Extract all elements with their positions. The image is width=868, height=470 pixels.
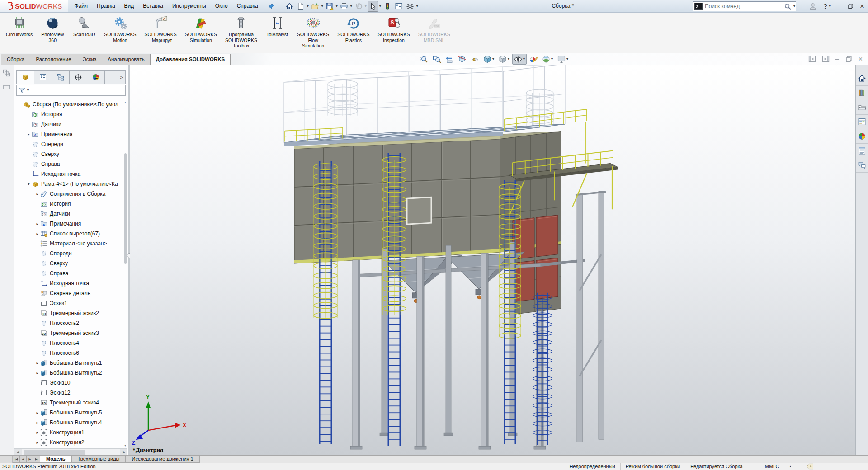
taskpane-custom-properties-button[interactable]	[856, 144, 868, 158]
command-tab-3[interactable]: Анализировать	[102, 54, 150, 65]
tree-item[interactable]: Эскиз1	[14, 298, 127, 308]
featuremanager-tab[interactable]	[17, 70, 34, 84]
tree-item[interactable]: Сверху	[14, 258, 127, 268]
select-button[interactable]	[368, 1, 378, 12]
tree-item[interactable]: Датчики	[14, 119, 127, 129]
taskpane-solidworks-forum-button[interactable]	[856, 158, 868, 173]
tree-item[interactable]: Справа	[14, 268, 127, 278]
split-tree-icon[interactable]	[1, 68, 12, 79]
tree-item[interactable]: ▸Бобышка-Вытянуть1	[14, 358, 127, 368]
addin-tolanalyst[interactable]: TolAnalyst	[261, 13, 293, 38]
addin-solidworks-inspection[interactable]: SSOLIDWORKS Inspection	[373, 13, 414, 43]
hide-show-items-button[interactable]: ▾	[512, 54, 527, 65]
status-units[interactable]: ММГС	[765, 464, 779, 469]
search-icon[interactable]	[784, 3, 792, 10]
menu-item-edit[interactable]: Правка	[92, 0, 120, 12]
addin-scanto3d[interactable]: ScanTo3D	[68, 13, 100, 38]
scroll-left-icon[interactable]: ◀	[14, 449, 22, 456]
tree-item[interactable]: ▸Конструкция2	[14, 437, 127, 447]
tree-item[interactable]: Спереди	[14, 139, 127, 149]
prev-tab-button[interactable]: ◀	[19, 456, 27, 463]
first-tab-button[interactable]: |◀	[13, 456, 20, 463]
tag-icon[interactable]	[806, 463, 814, 470]
open-dropdown-icon[interactable]: ▾	[321, 1, 323, 11]
previous-view-button[interactable]	[443, 54, 455, 65]
rebuild-button[interactable]	[382, 1, 393, 12]
tree-item[interactable]: ▸Бобышка-Вытянуть5	[14, 408, 127, 418]
display-style-button[interactable]: ▾	[497, 54, 511, 65]
addin-solidworks-motion[interactable]: SOLIDWORKS Motion	[100, 13, 140, 43]
tree-item[interactable]: 3DТрехмерный эскиз2	[14, 308, 127, 318]
search-dropdown-icon[interactable]: ▾	[793, 1, 795, 11]
addin-solidworks-simulation[interactable]: SOLIDWORKS Simulation	[181, 13, 221, 43]
tree-item[interactable]: Эскиз12	[14, 388, 127, 398]
save-button[interactable]	[324, 1, 335, 12]
zoom-to-fit-button[interactable]	[418, 54, 430, 65]
tree-item[interactable]: ▸Бобышка-Вытянуть2	[14, 368, 127, 378]
tree-item[interactable]: Исходная точка	[14, 169, 127, 179]
tree-item[interactable]: ▸Сопряжения в Сборка	[14, 189, 127, 199]
child-close-button[interactable]: ×	[859, 53, 863, 65]
select-dropdown-icon[interactable]: ▾	[379, 1, 381, 11]
menu-item-file[interactable]: Файл	[70, 0, 93, 12]
tree-vertical-scroll-thumb[interactable]	[124, 153, 127, 264]
taskpane-design-library-button[interactable]	[856, 86, 868, 100]
help-dropdown-icon[interactable]: ▾	[829, 1, 831, 11]
tree-item[interactable]: Плоскость6	[14, 348, 127, 358]
expander-icon[interactable]: ▸	[34, 441, 40, 445]
tree-item[interactable]: Справа	[14, 159, 127, 169]
help-button[interactable]: ?	[823, 3, 827, 10]
last-tab-button[interactable]: ▶|	[33, 456, 40, 463]
tree-item[interactable]: Материал <не указан>	[14, 239, 127, 249]
tree-item[interactable]: ▸Конструкция1	[14, 428, 127, 437]
command-tab-4[interactable]: Добавления SOLIDWORKS	[150, 54, 231, 65]
tree-item[interactable]: Исходная точка	[14, 278, 127, 288]
tree-item[interactable]: Эскиз10	[14, 378, 127, 388]
command-tab-1[interactable]: Расположение	[30, 54, 77, 65]
menu-item-window[interactable]: Окно	[211, 0, 232, 12]
options-list-button[interactable]	[393, 1, 404, 12]
command-search[interactable]: ▾	[693, 1, 796, 11]
expander-icon[interactable]: ▸	[34, 232, 40, 236]
displaymanager-tab[interactable]	[87, 70, 105, 84]
tree-scroll-up-icon[interactable]: ▴	[124, 100, 126, 104]
apply-scene-button[interactable]: ▾	[540, 54, 555, 65]
taskpane-appearances-scenes-button[interactable]	[856, 129, 868, 144]
expander-icon[interactable]: ▸	[34, 421, 40, 425]
undo-dropdown-icon[interactable]: ▾	[365, 1, 367, 11]
tree-item[interactable]: Спереди	[14, 249, 127, 258]
open-button[interactable]	[310, 1, 321, 12]
filter-dropdown-icon[interactable]: ▾	[27, 85, 29, 95]
minimize-button[interactable]: –	[838, 0, 841, 12]
tree-scroll-down-icon[interactable]: ▾	[124, 443, 126, 447]
search-input[interactable]	[704, 3, 783, 10]
expander-icon[interactable]: ▸	[34, 222, 40, 226]
taskpane-home-button[interactable]	[856, 71, 868, 86]
child-restore-button[interactable]	[845, 56, 853, 62]
save-dropdown-icon[interactable]: ▾	[336, 1, 338, 11]
tree-item[interactable]: Сверху	[14, 149, 127, 159]
dynamic-annotation-views-button[interactable]: A	[469, 54, 481, 65]
command-tab-2[interactable]: Эскиз	[77, 54, 103, 65]
tree-item[interactable]: ▾Рама-4<1> (По умолчанию<Ка	[14, 179, 127, 189]
view-settings-dropdown-icon[interactable]: ▾	[566, 54, 568, 64]
tree-item[interactable]: Плоскость4	[14, 338, 127, 348]
tree-item[interactable]: ▸AПримечания	[14, 129, 127, 139]
expander-icon[interactable]: ▸	[34, 411, 40, 415]
child-minimize-button[interactable]: –	[835, 53, 839, 65]
pin-icon[interactable]	[266, 1, 276, 11]
taskpane-file-explorer-button[interactable]	[856, 100, 868, 115]
expander-icon[interactable]: ▸	[34, 192, 40, 196]
new-document-button[interactable]	[295, 1, 306, 12]
menu-item-view[interactable]: Вид	[120, 0, 139, 12]
tree-item[interactable]: История	[14, 109, 127, 119]
home-button[interactable]	[284, 1, 295, 12]
addin-solidworks-plastics[interactable]: PSOLIDWORKS Plastics	[333, 13, 373, 43]
tree-item[interactable]: Сборка (По умолчанию<<По умол	[14, 99, 127, 109]
model-tab-1[interactable]: Трехмерные виды	[71, 456, 126, 463]
settings-button[interactable]	[405, 1, 415, 12]
addin-circuitworks[interactable]: CircuitWorks	[2, 13, 37, 38]
next-tab-button[interactable]: ▶	[26, 456, 33, 463]
collapse-left-panel-icon[interactable]	[808, 56, 816, 62]
new-document-dropdown-icon[interactable]: ▾	[307, 1, 309, 11]
